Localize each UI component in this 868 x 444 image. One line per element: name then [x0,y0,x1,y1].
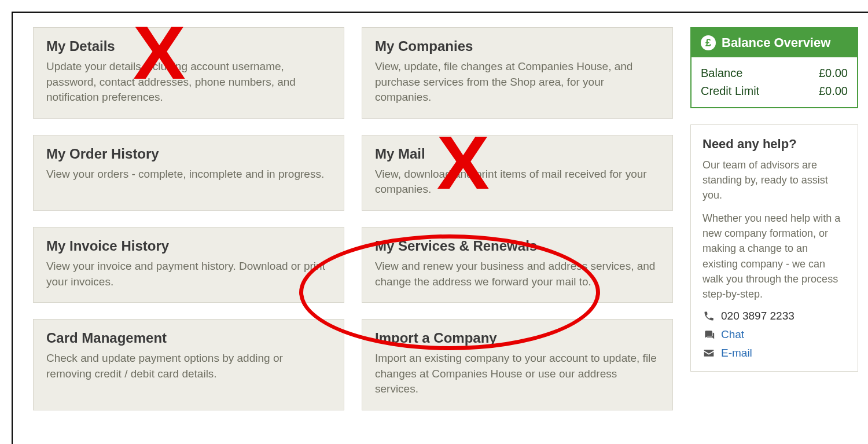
help-phone: 020 3897 2233 [703,310,846,322]
help-para: Whether you need help with a new company… [703,211,846,302]
dashboard-cards-grid: My Details Update your details including… [33,27,673,410]
card-title: My Details [46,38,331,54]
card-title: Card Management [46,330,331,346]
card-desc: View your invoice and payment history. D… [46,259,331,289]
help-chat[interactable]: Chat [703,328,846,341]
credit-limit-label: Credit Limit [701,85,759,98]
card-import-company[interactable]: Import a Company Import an existing comp… [362,319,673,410]
email-link[interactable]: E-mail [721,347,752,359]
card-my-companies[interactable]: My Companies View, update, file changes … [362,27,673,119]
card-desc: View, download and print items of mail r… [375,167,660,197]
balance-row: Credit Limit £0.00 [701,82,848,100]
help-title: Need any help? [703,137,846,152]
card-my-order-history[interactable]: My Order History View your orders - comp… [33,135,344,211]
card-desc: View and renew your business and address… [375,259,660,289]
balance-value: £0.00 [819,67,848,80]
balance-overview-panel: £ Balance Overview Balance £0.00 Credit … [690,27,858,108]
card-title: My Order History [46,146,331,162]
card-desc: Import an existing company to your accou… [375,351,660,397]
chat-icon [703,328,715,341]
email-icon [703,347,715,359]
help-email[interactable]: E-mail [703,347,846,359]
card-title: My Services & Renewals [375,238,660,254]
balance-header-title: Balance Overview [722,35,830,50]
card-title: My Invoice History [46,238,331,254]
credit-limit-value: £0.00 [819,85,848,98]
card-title: My Mail [375,146,660,162]
chat-link[interactable]: Chat [721,328,744,341]
sidebar: £ Balance Overview Balance £0.00 Credit … [690,27,858,410]
card-my-details[interactable]: My Details Update your details including… [33,27,344,119]
card-card-management[interactable]: Card Management Check and update payment… [33,319,344,410]
balance-row: Balance £0.00 [701,64,848,82]
card-desc: View your orders - complete, incomplete … [46,167,331,182]
card-my-mail[interactable]: My Mail View, download and print items o… [362,135,673,211]
card-my-services-renewals[interactable]: My Services & Renewals View and renew yo… [362,227,673,303]
card-desc: View, update, file changes at Companies … [375,59,660,105]
balance-header: £ Balance Overview [692,28,857,57]
card-title: Import a Company [375,330,660,346]
phone-icon [703,310,715,322]
balance-label: Balance [701,67,742,80]
page-container: My Details Update your details including… [12,12,868,444]
pound-circle-icon: £ [701,35,716,50]
help-panel: Need any help? Our team of advisors are … [690,124,858,372]
card-desc: Check and update payment options by addi… [46,351,331,381]
help-para: Our team of advisors are standing by, re… [703,157,846,203]
card-title: My Companies [375,38,660,54]
phone-number: 020 3897 2233 [721,310,795,322]
card-my-invoice-history[interactable]: My Invoice History View your invoice and… [33,227,344,303]
main-layout: My Details Update your details including… [33,27,858,410]
card-desc: Update your details including account us… [46,59,331,105]
balance-body: Balance £0.00 Credit Limit £0.00 [692,57,857,107]
